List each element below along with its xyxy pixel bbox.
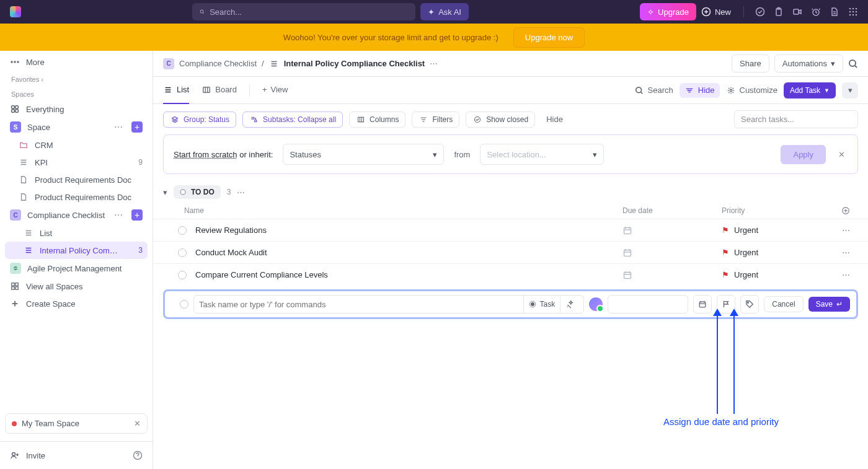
more-icon[interactable]: ⋯ bbox=[114, 122, 123, 132]
tab-list[interactable]: List bbox=[163, 77, 189, 104]
table-row[interactable]: Review Regulations ⚑Urgent ⋯ bbox=[153, 219, 868, 241]
due-date-cell[interactable] bbox=[622, 248, 722, 258]
location-select[interactable]: Select location... ▾ bbox=[480, 144, 604, 165]
svg-point-7 bbox=[849, 8, 851, 10]
search-tasks-input[interactable]: Search tasks... bbox=[734, 110, 858, 128]
tag-button[interactable] bbox=[740, 295, 759, 313]
apps-grid-icon[interactable] bbox=[848, 7, 858, 17]
doc-icon[interactable] bbox=[830, 7, 839, 17]
expand-button[interactable]: ▾ bbox=[842, 82, 858, 99]
priority-cell[interactable]: ⚑Urgent bbox=[722, 248, 833, 257]
task-title[interactable]: Conduct Mock Audit bbox=[195, 248, 622, 257]
col-name[interactable]: Name bbox=[178, 206, 622, 215]
sidebar-item-invite[interactable]: Invite bbox=[5, 447, 148, 464]
table-row[interactable]: Compare Current Compliance Levels ⚑Urgen… bbox=[153, 263, 868, 286]
table-row[interactable]: Conduct Mock Audit ⚑Urgent ⋯ bbox=[153, 241, 868, 263]
sidebar-item-space[interactable]: S Space ⋯ + bbox=[5, 118, 148, 136]
new-button[interactable]: New bbox=[701, 7, 731, 17]
hide-button[interactable]: Hide bbox=[680, 83, 720, 98]
sidebar-item-internal-policy[interactable]: Internal Policy Compli... 3 bbox=[5, 242, 148, 259]
search-icon[interactable] bbox=[848, 59, 858, 69]
more-icon[interactable]: ⋯ bbox=[430, 59, 438, 68]
share-button[interactable]: Share bbox=[732, 55, 769, 72]
check-circle-icon bbox=[472, 115, 482, 125]
check-circle-icon[interactable] bbox=[755, 7, 765, 17]
magic-wand-button[interactable] bbox=[560, 296, 578, 313]
due-date-cell[interactable] bbox=[622, 270, 722, 280]
sidebar-item-create-space[interactable]: Create Space bbox=[5, 295, 148, 312]
start-scratch-link[interactable]: Start from scratch bbox=[174, 150, 237, 159]
hide-link[interactable]: Hide bbox=[541, 115, 568, 124]
assignee-avatar[interactable] bbox=[589, 297, 603, 311]
sidebar-item-compliance[interactable]: C Compliance Checklist ⋯ + bbox=[5, 206, 148, 224]
alarm-icon[interactable] bbox=[811, 7, 821, 17]
status-circle-icon[interactable] bbox=[178, 248, 187, 257]
status-circle-icon[interactable] bbox=[178, 226, 187, 235]
status-circle-icon[interactable] bbox=[180, 300, 188, 309]
sidebar-item-list[interactable]: List bbox=[5, 224, 148, 242]
task-type-pill[interactable]: Task bbox=[523, 296, 560, 313]
status-circle-icon[interactable] bbox=[178, 271, 187, 279]
global-search[interactable]: Search... bbox=[192, 3, 415, 20]
task-title[interactable]: Compare Current Compliance Levels bbox=[195, 270, 622, 279]
add-task-button[interactable]: Add Task ▼ bbox=[784, 82, 836, 99]
group-count: 3 bbox=[227, 188, 231, 196]
sidebar-item-viewall[interactable]: View all Spaces bbox=[5, 278, 148, 295]
team-space-chip[interactable]: My Team Space ✕ bbox=[5, 413, 148, 434]
tab-board[interactable]: Board bbox=[202, 77, 237, 104]
close-icon[interactable]: ✕ bbox=[134, 419, 141, 428]
breadcrumb-folder[interactable]: Compliance Checklist bbox=[179, 59, 257, 68]
group-chip[interactable]: Group: Status bbox=[163, 112, 236, 128]
row-more-button[interactable]: ⋯ bbox=[833, 226, 858, 235]
apply-button[interactable]: Apply bbox=[781, 145, 826, 164]
show-closed-chip[interactable]: Show closed bbox=[466, 112, 535, 128]
priority-cell[interactable]: ⚑Urgent bbox=[722, 270, 833, 279]
upgrade-button[interactable]: ✧ Upgrade bbox=[640, 3, 696, 20]
tab-add-view[interactable]: + View bbox=[262, 77, 288, 104]
col-due[interactable]: Due date bbox=[622, 206, 722, 215]
customize-button[interactable]: Customize bbox=[726, 85, 777, 95]
sidebar-item-crm[interactable]: CRM bbox=[5, 136, 148, 154]
help-icon[interactable] bbox=[133, 450, 143, 460]
more-icon[interactable]: ⋯ bbox=[114, 210, 123, 220]
sidebar-item-prd1[interactable]: Product Requirements Doc bbox=[5, 171, 148, 188]
plus-icon[interactable]: + bbox=[131, 209, 143, 221]
filters-chip[interactable]: Filters bbox=[412, 112, 459, 128]
sidebar-item-everything[interactable]: Everything bbox=[5, 100, 148, 118]
close-icon[interactable]: ✕ bbox=[836, 147, 848, 162]
view-search[interactable]: Search bbox=[634, 85, 673, 95]
cancel-button[interactable]: Cancel bbox=[764, 296, 803, 312]
breadcrumb-list[interactable]: Internal Policy Compliance Checklist bbox=[284, 59, 425, 68]
row-more-button[interactable]: ⋯ bbox=[833, 248, 858, 257]
favorites-section[interactable]: Favorites › bbox=[5, 71, 148, 85]
sparkle-icon: ✦ bbox=[428, 7, 435, 17]
clipboard-icon[interactable] bbox=[774, 7, 784, 17]
task-title[interactable]: Review Regulations bbox=[195, 226, 622, 235]
chevron-down-icon: ▼ bbox=[824, 87, 830, 94]
sidebar-item-prd2[interactable]: Product Requirements Doc bbox=[5, 188, 148, 206]
add-column-button[interactable] bbox=[833, 206, 858, 215]
video-icon[interactable] bbox=[792, 7, 802, 17]
ask-ai-button[interactable]: ✦ Ask AI bbox=[420, 3, 469, 20]
collapse-icon[interactable]: ▾ bbox=[163, 188, 167, 197]
app-logo[interactable] bbox=[10, 6, 21, 17]
due-date-button[interactable] bbox=[693, 295, 712, 313]
save-button[interactable]: Save ↵ bbox=[808, 297, 850, 312]
sidebar-item-kpi[interactable]: KPI 9 bbox=[5, 154, 148, 171]
columns-chip[interactable]: Columns bbox=[349, 112, 405, 128]
more-icon[interactable]: ⋯ bbox=[237, 188, 245, 197]
search-placeholder: Search... bbox=[210, 7, 242, 17]
subtasks-chip[interactable]: Subtasks: Collapse all bbox=[242, 112, 343, 128]
plus-icon[interactable]: + bbox=[131, 121, 143, 133]
col-priority[interactable]: Priority bbox=[722, 206, 833, 215]
status-pill[interactable]: TO DO bbox=[174, 185, 221, 199]
automations-button[interactable]: Automations ▾ bbox=[774, 55, 843, 72]
priority-cell[interactable]: ⚑Urgent bbox=[722, 226, 833, 235]
new-task-input[interactable] bbox=[199, 300, 523, 309]
statuses-select[interactable]: Statuses ▾ bbox=[283, 144, 444, 165]
banner-upgrade-button[interactable]: Upgrade now bbox=[513, 27, 585, 48]
sidebar-item-agile[interactable]: Agile Project Management bbox=[5, 259, 148, 278]
row-more-button[interactable]: ⋯ bbox=[833, 270, 858, 279]
due-date-cell[interactable] bbox=[622, 226, 722, 235]
sidebar-item-more[interactable]: More bbox=[5, 53, 148, 71]
